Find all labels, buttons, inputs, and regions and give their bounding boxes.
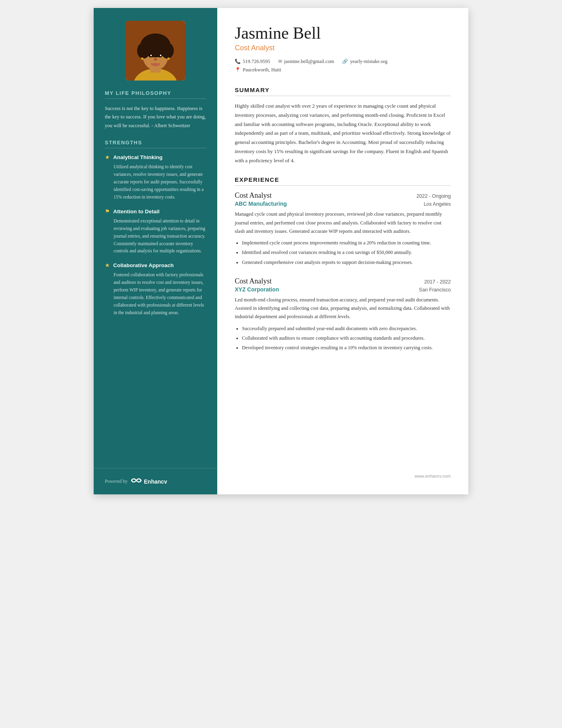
strength-title-collaborative-approach: Collaborative Approach bbox=[113, 262, 174, 268]
svg-point-16 bbox=[141, 57, 143, 60]
strength-item-attention-to-detail: ⚑ Attention to Detail Demonstrated excep… bbox=[105, 208, 206, 255]
website-value: yearly-mistake.org bbox=[350, 59, 387, 65]
contact-website: 🔗 yearly-mistake.org bbox=[342, 59, 387, 65]
summary-text: Highly skilled cost analyst with over 2 … bbox=[235, 102, 451, 165]
contact-email: ✉ jasmine.bell@gmail.com bbox=[278, 59, 334, 65]
experience-item-0: Cost Analyst 2022 - Ongoing ABC Manufact… bbox=[235, 191, 451, 267]
svg-point-17 bbox=[167, 57, 170, 60]
phone-value: 519.726.9595 bbox=[243, 59, 270, 65]
experience-item-1: Cost Analyst 2017 - 2022 XYZ Corporation… bbox=[235, 277, 451, 352]
philosophy-section: MY LIFE PHILOSOPHY Success is not the ke… bbox=[94, 90, 217, 140]
svg-point-9 bbox=[147, 36, 164, 47]
photo-area bbox=[94, 8, 217, 90]
svg-point-12 bbox=[150, 55, 152, 56]
experience-list: Cost Analyst 2022 - Ongoing ABC Manufact… bbox=[235, 191, 451, 352]
exp-dates: 2017 - 2022 bbox=[424, 279, 451, 285]
phone-icon: 📞 bbox=[235, 59, 241, 65]
main-content: Jasmine Bell Cost Analyst 📞 519.726.9595… bbox=[217, 8, 468, 494]
exp-bullet: Successfully prepared and submitted year… bbox=[242, 325, 451, 333]
candidate-header: Jasmine Bell Cost Analyst 📞 519.726.9595… bbox=[235, 24, 451, 75]
exp-bullet: Implemented cycle count process improvem… bbox=[242, 239, 451, 247]
strength-title-analytical-thinking: Analytical Thinking bbox=[113, 154, 163, 160]
exp-location: San Francisco bbox=[419, 287, 451, 293]
enhancv-logo: Enhancv bbox=[131, 476, 167, 486]
link-icon: 🔗 bbox=[342, 59, 348, 65]
flag-icon: ⚑ bbox=[105, 208, 110, 215]
enhancv-logo-icon bbox=[131, 476, 142, 486]
contact-location: 📍 Paucekworth, Haiti bbox=[235, 67, 281, 73]
exp-description: Managed cycle count and physical invento… bbox=[235, 210, 451, 236]
star-icon: ★ bbox=[105, 262, 110, 269]
contact-location-row: 📍 Paucekworth, Haiti bbox=[235, 67, 451, 73]
exp-role: Cost Analyst bbox=[235, 277, 272, 285]
contact-phone: 📞 519.726.9595 bbox=[235, 59, 270, 65]
exp-bullet: Collaborated with auditors to ensure com… bbox=[242, 334, 451, 342]
exp-company: XYZ Corporation bbox=[235, 286, 279, 293]
strength-desc-collaborative-approach: Fostered collaboration with factory prof… bbox=[105, 271, 206, 317]
strength-item-analytical-thinking: ★ Analytical Thinking Utilized analytica… bbox=[105, 154, 206, 201]
location-icon: 📍 bbox=[235, 67, 241, 73]
candidate-name: Jasmine Bell bbox=[235, 24, 451, 42]
powered-by-label: Powered by bbox=[105, 478, 128, 484]
email-icon: ✉ bbox=[278, 59, 282, 65]
exp-bullets-list: Implemented cycle count process improvem… bbox=[235, 239, 451, 267]
exp-description: Led month-end closing process, ensured t… bbox=[235, 296, 451, 321]
svg-point-15 bbox=[151, 63, 159, 66]
exp-bullets-list: Successfully prepared and submitted year… bbox=[235, 325, 451, 352]
exp-location: Los Angeles bbox=[424, 201, 451, 207]
philosophy-section-title: MY LIFE PHILOSOPHY bbox=[105, 90, 206, 99]
experience-section: EXPERIENCE Cost Analyst 2022 - Ongoing A… bbox=[235, 176, 451, 362]
avatar bbox=[126, 21, 185, 81]
sidebar: MY LIFE PHILOSOPHY Success is not the ke… bbox=[94, 8, 217, 494]
contact-row: 📞 519.726.9595 ✉ jasmine.bell@gmail.com … bbox=[235, 59, 451, 65]
footer-website: www.enhancv.com bbox=[415, 474, 451, 478]
strengths-list: ★ Analytical Thinking Utilized analytica… bbox=[105, 154, 206, 317]
strengths-section-title: STRENGTHS bbox=[105, 140, 206, 148]
strength-item-collaborative-approach: ★ Collaborative Approach Fostered collab… bbox=[105, 262, 206, 317]
exp-bullet: Developed inventory control strategies r… bbox=[242, 344, 451, 352]
enhancv-brand-name: Enhancv bbox=[144, 478, 167, 485]
strength-title-attention-to-detail: Attention to Detail bbox=[113, 209, 159, 214]
svg-point-13 bbox=[160, 55, 161, 56]
exp-bullet: Generated comprehensive cost analysis re… bbox=[242, 258, 451, 267]
resume-wrapper: MY LIFE PHILOSOPHY Success is not the ke… bbox=[94, 8, 468, 494]
summary-section: SUMMARY Highly skilled cost analyst with… bbox=[235, 87, 451, 165]
exp-dates: 2022 - Ongoing bbox=[417, 193, 451, 199]
summary-section-title: SUMMARY bbox=[235, 87, 451, 96]
email-value: jasmine.bell@gmail.com bbox=[284, 59, 334, 65]
strengths-section: STRENGTHS ★ Analytical Thinking Utilized… bbox=[94, 140, 217, 334]
main-footer: www.enhancv.com bbox=[235, 466, 451, 478]
exp-role: Cost Analyst bbox=[235, 191, 272, 200]
sidebar-footer: Powered by Enhancv bbox=[94, 468, 217, 494]
svg-point-14 bbox=[154, 59, 157, 61]
strength-desc-attention-to-detail: Demonstrated exceptional attention to de… bbox=[105, 217, 206, 255]
exp-company: ABC Manufacturing bbox=[235, 201, 287, 207]
candidate-title: Cost Analyst bbox=[235, 44, 451, 52]
star-icon: ★ bbox=[105, 154, 110, 161]
strength-desc-analytical-thinking: Utilized analytical thinking to identify… bbox=[105, 163, 206, 201]
philosophy-text: Success is not the key to happiness. Hap… bbox=[105, 104, 206, 130]
exp-bullet: Identified and resolved cost variances r… bbox=[242, 248, 451, 257]
location-value: Paucekworth, Haiti bbox=[243, 67, 281, 73]
experience-section-title: EXPERIENCE bbox=[235, 176, 451, 186]
